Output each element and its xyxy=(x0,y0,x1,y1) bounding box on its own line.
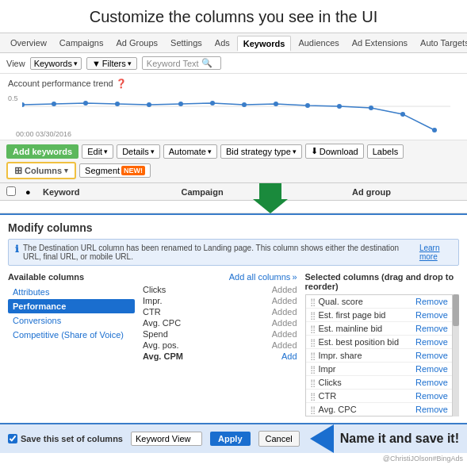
chart-y-label: 0.5 xyxy=(8,94,18,102)
add-all-chevron-icon: » xyxy=(292,272,297,282)
nav-tab-adgroups[interactable]: Ad Groups xyxy=(110,36,163,50)
automate-chevron-icon: ▾ xyxy=(208,148,212,155)
search-box[interactable]: Keyword Text 🔍 xyxy=(142,56,221,70)
perf-status-avgcpc: Added xyxy=(272,318,297,328)
scroll-thumb[interactable] xyxy=(453,294,459,326)
blue-arrow-left-icon xyxy=(310,424,334,453)
perf-row-avgpos: Avg. pos. Added xyxy=(143,340,297,351)
save-row: Save this set of columns Apply Cancel Na… xyxy=(0,423,467,453)
perf-row-spend: Spend Added xyxy=(143,328,297,340)
scrollbar[interactable] xyxy=(453,294,459,416)
perf-name-ctr: CTR xyxy=(143,307,161,317)
sel-name-1: Est. first page bid xyxy=(319,310,413,320)
remove-link-1[interactable]: Remove xyxy=(415,310,448,320)
modify-title: Modify columns xyxy=(8,221,459,234)
save-checkbox[interactable] xyxy=(8,434,17,443)
chart-area: Account performance trend ❓ 0.5 00:00 0 xyxy=(0,74,467,140)
view-dropdown[interactable]: Keywords ▾ xyxy=(30,57,82,70)
perf-row-avgcpm: Avg. CPM Add xyxy=(143,351,297,362)
nav-tab-adextensions[interactable]: Ad Extensions xyxy=(346,36,413,50)
labels-button[interactable]: Labels xyxy=(367,144,404,159)
automate-button[interactable]: Automate ▾ xyxy=(163,144,217,159)
filter-label: Filters xyxy=(102,59,126,68)
remove-link-0[interactable]: Remove xyxy=(415,297,448,306)
drag-icon-6[interactable]: ⣿ xyxy=(310,378,316,387)
selected-columns-panel: Selected columns (drag and drop to reord… xyxy=(305,272,460,416)
bid-strategy-button[interactable]: Bid strategy type ▾ xyxy=(220,144,302,159)
columns-layout: Available columns Attributes Performance… xyxy=(8,272,459,416)
save-checkbox-label[interactable]: Save this set of columns xyxy=(8,434,123,443)
chart-help-icon[interactable]: ❓ xyxy=(116,79,127,88)
view-label: View xyxy=(6,59,25,68)
avail-item-attributes[interactable]: Attributes xyxy=(8,285,135,299)
nav-tab-autotargets[interactable]: Auto Targets xyxy=(415,36,467,50)
remove-link-4[interactable]: Remove xyxy=(415,351,448,360)
download-button[interactable]: ⬇ Download xyxy=(305,144,364,159)
filter-button[interactable]: ▼ Filters ▾ xyxy=(86,57,137,70)
remove-link-7[interactable]: Remove xyxy=(415,391,448,401)
perf-name-impr: Impr. xyxy=(143,296,162,305)
modify-section: Modify columns ℹ The Destination URL col… xyxy=(0,213,467,423)
avail-item-performance[interactable]: Performance xyxy=(8,299,135,313)
svg-point-3 xyxy=(83,101,88,106)
nav-tab-overview[interactable]: Overview xyxy=(5,36,52,50)
details-button[interactable]: Details ▾ xyxy=(117,144,160,159)
drag-icon-1[interactable]: ⣿ xyxy=(310,311,316,320)
learn-more-link[interactable]: Learn more xyxy=(419,244,452,261)
sel-row-7: ⣿ CTR Remove xyxy=(306,390,453,403)
remove-link-2[interactable]: Remove xyxy=(415,324,448,333)
sel-row-1: ⣿ Est. first page bid Remove xyxy=(306,309,453,322)
drag-icon-7[interactable]: ⣿ xyxy=(310,392,316,401)
remove-link-6[interactable]: Remove xyxy=(415,378,448,387)
nav-tab-settings[interactable]: Settings xyxy=(165,36,208,50)
remove-link-8[interactable]: Remove xyxy=(415,405,448,414)
save-caption-area: Name it and save it! xyxy=(310,424,459,453)
top-nav: Overview Campaigns Ad Groups Settings Ad… xyxy=(0,33,467,53)
perf-row-clicks: Clicks Added xyxy=(143,284,297,295)
nav-tab-campaigns[interactable]: Campaigns xyxy=(54,36,109,50)
avail-item-competitive[interactable]: Competitive (Share of Voice) xyxy=(8,328,135,342)
perf-add-avgcpm[interactable]: Add xyxy=(281,351,297,361)
table-header: ● Keyword Campaign Ad group xyxy=(0,183,467,201)
search-icon: 🔍 xyxy=(201,58,212,68)
dot-col: ● xyxy=(25,187,35,197)
drag-icon-5[interactable]: ⣿ xyxy=(310,365,316,374)
apply-button[interactable]: Apply xyxy=(210,432,251,446)
add-keywords-button[interactable]: Add keywords xyxy=(6,144,78,159)
add-all-link[interactable]: Add all columns » xyxy=(229,272,297,282)
save-name-input[interactable] xyxy=(131,432,202,446)
drag-icon-0[interactable]: ⣿ xyxy=(310,298,316,306)
filter-chevron-icon: ▾ xyxy=(128,60,132,67)
nav-tab-audiences[interactable]: Audiences xyxy=(293,36,344,50)
chevron-down-icon: ▾ xyxy=(74,60,78,67)
drag-icon-4[interactable]: ⣿ xyxy=(310,351,316,360)
selected-columns-title: Selected columns (drag and drop to reord… xyxy=(305,272,460,291)
segment-button[interactable]: Segment NEW! xyxy=(79,163,151,178)
svg-point-11 xyxy=(337,104,342,109)
avail-item-conversions[interactable]: Conversions xyxy=(8,313,135,328)
drag-icon-3[interactable]: ⣿ xyxy=(310,338,316,347)
chart-line xyxy=(22,90,466,134)
sel-name-4: Impr. share xyxy=(319,351,413,360)
nav-tab-keywords[interactable]: Keywords xyxy=(237,36,292,52)
drag-icon-8[interactable]: ⣿ xyxy=(310,405,316,414)
perf-row-avgcpc: Avg. CPC Added xyxy=(143,317,297,328)
perf-status-clicks: Added xyxy=(272,285,297,294)
selected-scroll: ⣿ Qual. score Labels Remove ⣿ Est. first… xyxy=(305,294,454,416)
remove-link-5[interactable]: Remove xyxy=(415,364,448,374)
edit-button[interactable]: Edit ▾ xyxy=(82,144,113,159)
remove-link-3[interactable]: Remove xyxy=(415,337,448,347)
nav-tab-ads[interactable]: Ads xyxy=(209,36,235,50)
sel-row-8: ⣿ Avg. CPC Remove xyxy=(306,403,453,416)
svg-point-6 xyxy=(178,102,183,106)
drag-icon-2[interactable]: ⣿ xyxy=(310,324,316,333)
columns-button[interactable]: ⊞ Columns ▾ xyxy=(6,162,76,179)
sel-name-7: CTR xyxy=(319,391,413,401)
cancel-button[interactable]: Cancel xyxy=(258,431,300,447)
svg-point-13 xyxy=(400,112,405,117)
edit-chevron-icon: ▾ xyxy=(104,148,108,155)
perf-row-impr: Impr. Added xyxy=(143,295,297,306)
select-all-checkbox[interactable] xyxy=(6,186,16,196)
selected-scroll-wrapper: ⣿ Qual. score Labels Remove ⣿ Est. first… xyxy=(305,294,460,416)
sel-row-3: ⣿ Est. best position bid Remove xyxy=(306,336,453,349)
